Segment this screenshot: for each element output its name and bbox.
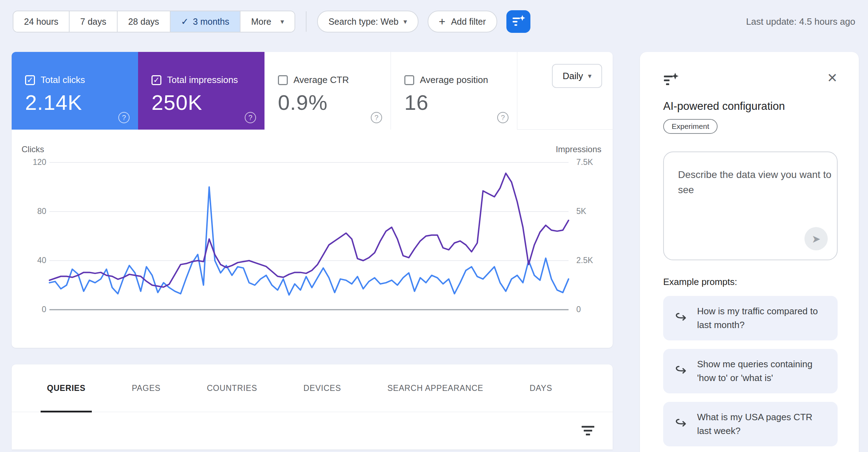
example-prompts-heading: Example prompts: xyxy=(663,276,838,287)
search-type-dropdown[interactable]: Search type: Web ▾ xyxy=(317,11,418,32)
sparkle-filter-icon xyxy=(512,14,525,29)
panel-title: AI-powered configuration xyxy=(663,100,838,113)
check-icon: ✓ xyxy=(181,16,189,27)
help-icon[interactable]: ? xyxy=(371,112,382,123)
tab-pages[interactable]: PAGES xyxy=(125,364,167,412)
send-button[interactable]: ➤ xyxy=(804,227,828,250)
date-range-label: 24 hours xyxy=(24,17,58,27)
ai-filter-button[interactable] xyxy=(506,10,530,33)
date-range-label: 3 months xyxy=(193,17,229,27)
add-filter-button[interactable]: + Add filter xyxy=(428,11,497,32)
date-range-3-months[interactable]: ✓ 3 months xyxy=(171,11,241,32)
metric-total-clicks[interactable]: ✓ Total clicks 2.14K ? xyxy=(12,52,138,130)
send-icon: ➤ xyxy=(811,233,820,245)
example-prompt-1[interactable]: How is my traffic compared to last month… xyxy=(663,296,838,340)
traffic-chart: Clicks Impressions 120 80 40 0 7.5K 5K 2… xyxy=(12,130,613,348)
granularity-dropdown[interactable]: Daily ▾ xyxy=(552,64,602,88)
last-update-text: Last update: 4.5 hours ago xyxy=(746,16,855,27)
metric-label: Average CTR xyxy=(293,75,349,85)
prompt-arrow-icon xyxy=(674,363,688,379)
tab-devices[interactable]: DEVICES xyxy=(297,364,347,412)
experiment-badge: Experiment xyxy=(663,119,718,134)
date-range-24-hours[interactable]: 24 hours xyxy=(13,11,70,32)
checkbox-checked-icon[interactable]: ✓ xyxy=(25,75,35,85)
checkbox-unchecked-icon[interactable] xyxy=(404,75,414,85)
checkbox-unchecked-icon[interactable] xyxy=(278,75,288,85)
prompt-arrow-icon xyxy=(674,310,688,326)
tab-label: DAYS xyxy=(530,383,552,393)
chevron-down-icon: ▾ xyxy=(280,17,284,26)
tab-days[interactable]: DAYS xyxy=(523,364,559,412)
ai-prompt-input[interactable] xyxy=(678,167,848,231)
tab-label: PAGES xyxy=(132,383,161,393)
divider xyxy=(306,11,307,32)
sparkle-filter-icon xyxy=(663,72,679,89)
metric-total-impressions[interactable]: ✓ Total impressions 250K ? xyxy=(138,52,264,130)
help-icon[interactable]: ? xyxy=(245,112,256,123)
close-icon[interactable]: ✕ xyxy=(827,72,838,84)
example-prompt-3[interactable]: What is my USA pages CTR last week? xyxy=(663,402,838,446)
date-range-group: 24 hours 7 days 28 days ✓ 3 months More … xyxy=(13,11,295,32)
metric-value: 16 xyxy=(404,90,517,115)
prompt-text: How is my traffic compared to last month… xyxy=(697,304,827,332)
more-label: More xyxy=(251,17,271,27)
dimensions-table-card: QUERIES PAGES COUNTRIES DEVICES SEARCH A… xyxy=(12,364,613,450)
table-toolbar xyxy=(12,412,613,449)
example-prompt-2[interactable]: Show me queries containing 'how to' or '… xyxy=(663,349,838,393)
search-type-label: Search type: Web xyxy=(328,17,398,27)
top-filter-bar: 24 hours 7 days 28 days ✓ 3 months More … xyxy=(13,10,855,33)
tab-countries[interactable]: COUNTRIES xyxy=(201,364,264,412)
dimension-tabs: QUERIES PAGES COUNTRIES DEVICES SEARCH A… xyxy=(12,364,613,412)
metric-average-position[interactable]: Average position 16 ? xyxy=(391,52,517,130)
prompt-text: Show me queries containing 'how to' or '… xyxy=(697,357,827,385)
prompt-text: What is my USA pages CTR last week? xyxy=(697,410,827,438)
series-clicks xyxy=(49,187,569,295)
metric-value: 0.9% xyxy=(278,90,391,115)
performance-card: ✓ Total clicks 2.14K ? ✓ Total impressio… xyxy=(12,52,613,348)
metric-label: Total impressions xyxy=(167,75,238,85)
ai-configuration-panel: ✕ AI-powered configuration Experiment ➤ … xyxy=(640,52,859,452)
ai-prompt-box: ➤ xyxy=(663,151,838,260)
checkbox-checked-icon[interactable]: ✓ xyxy=(151,75,161,85)
tab-search-appearance[interactable]: SEARCH APPEARANCE xyxy=(381,364,490,412)
traffic-chart-svg[interactable] xyxy=(12,130,613,348)
tab-label: COUNTRIES xyxy=(207,383,257,393)
metric-label: Average position xyxy=(420,75,488,85)
date-range-label: 7 days xyxy=(80,17,106,27)
metric-value: 2.14K xyxy=(25,90,138,115)
help-icon[interactable]: ? xyxy=(118,112,130,123)
granularity-label: Daily xyxy=(563,71,583,82)
metric-average-ctr[interactable]: Average CTR 0.9% ? xyxy=(264,52,391,130)
plus-icon: + xyxy=(439,15,446,28)
metric-value: 250K xyxy=(151,90,264,115)
tab-label: SEARCH APPEARANCE xyxy=(387,383,483,393)
tab-queries[interactable]: QUERIES xyxy=(41,364,92,412)
prompt-arrow-icon xyxy=(674,416,688,432)
date-range-more[interactable]: More ▾ xyxy=(240,11,295,32)
tab-label: QUERIES xyxy=(47,383,85,393)
metric-label: Total clicks xyxy=(41,75,85,85)
filter-list-icon[interactable] xyxy=(582,426,594,435)
help-icon[interactable]: ? xyxy=(497,112,509,123)
chevron-down-icon: ▾ xyxy=(403,17,407,26)
chevron-down-icon: ▾ xyxy=(588,72,591,80)
metric-cards-row: ✓ Total clicks 2.14K ? ✓ Total impressio… xyxy=(12,52,613,130)
date-range-label: 28 days xyxy=(128,17,159,27)
tab-label: DEVICES xyxy=(303,383,341,393)
date-range-28-days[interactable]: 28 days xyxy=(118,11,171,32)
add-filter-label: Add filter xyxy=(451,17,486,27)
date-range-7-days[interactable]: 7 days xyxy=(70,11,118,32)
